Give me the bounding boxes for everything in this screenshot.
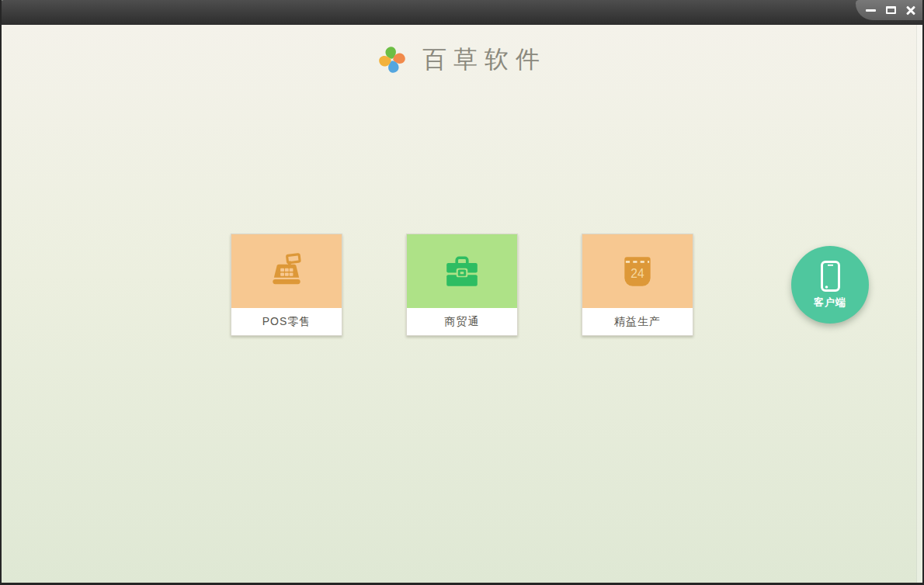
minimize-button[interactable]: [862, 2, 879, 18]
card-label: 精益生产: [582, 308, 693, 335]
maximize-button[interactable]: [882, 2, 899, 18]
close-button[interactable]: [902, 2, 919, 18]
calendar-day: 24: [630, 266, 644, 279]
minimize-icon: [866, 9, 876, 12]
card-icon-area: [231, 234, 342, 308]
card-label: 商贸通: [407, 308, 517, 335]
main-content: 百草软件: [2, 25, 922, 583]
client-button[interactable]: 客户端: [791, 246, 869, 324]
close-icon: [905, 5, 916, 16]
product-card-trade[interactable]: 商贸通: [406, 234, 518, 336]
maximize-icon: [886, 6, 896, 14]
app-name: 百草软件: [422, 43, 547, 76]
window-controls: [856, 0, 924, 20]
client-button-label: 客户端: [814, 296, 846, 310]
card-icon-area: [407, 234, 517, 308]
cash-register-icon: [267, 252, 306, 291]
briefcase-icon: [443, 252, 481, 291]
calendar-icon: 24: [618, 252, 657, 291]
card-label: POS零售: [231, 308, 342, 335]
product-card-pos[interactable]: POS零售: [231, 234, 342, 336]
app-window: 百草软件: [0, 0, 924, 585]
product-card-lean[interactable]: 24 精益生产: [582, 234, 693, 336]
title-bar[interactable]: [0, 0, 924, 25]
scrollbar[interactable]: [916, 25, 922, 583]
card-icon-area: 24: [582, 234, 693, 308]
smartphone-icon: [820, 260, 841, 292]
app-logo: 百草软件: [2, 43, 922, 76]
pinwheel-logo-icon: [377, 45, 407, 74]
